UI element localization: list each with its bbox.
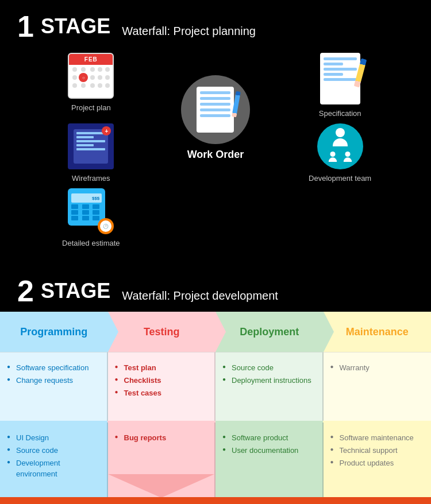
list-item: Test plan [115, 362, 208, 374]
project-plan-item: FEB ○ [29, 53, 153, 118]
spec-line [324, 73, 344, 76]
deployment-row1-cell: Source code Deployment instructions [216, 352, 324, 421]
column-header-testing: Testing [108, 312, 216, 352]
list-item: User documentation [222, 444, 315, 457]
cal-dot [98, 67, 102, 72]
clock-icon: 🕐 [100, 220, 111, 232]
wireframes-item: + Wireframes [29, 123, 153, 183]
programming-row1-list: Software specification Change requests [7, 362, 100, 387]
list-item: Product updates [330, 457, 425, 470]
stage1-number: 1 [17, 11, 34, 41]
stage1-label: STAGE [41, 16, 110, 37]
cal-dot-active: ○ [79, 73, 88, 82]
list-item: Warranty [330, 362, 425, 374]
deployment-label: Deployment [240, 326, 299, 338]
maintenance-row1-cell: Warranty [324, 352, 432, 421]
wf-line [76, 140, 105, 142]
spec-line [324, 57, 357, 60]
calc-buttons [71, 204, 102, 220]
cal-dot [90, 67, 95, 72]
cal-dot [105, 83, 110, 88]
columns-header: Programming Testing Deployment Maintenan… [0, 312, 431, 352]
calc-btn [93, 210, 99, 215]
calc-btn [93, 204, 99, 209]
list-item: Technical support [330, 444, 425, 457]
maintenance-row2-cell: Software maintenance Technical support P… [324, 422, 432, 497]
column-header-programming: Programming [0, 312, 108, 352]
maintenance-row2-list: Software maintenance Technical support P… [330, 432, 425, 470]
wireframe-icon: + [68, 123, 114, 169]
list-item: Source code [7, 444, 100, 457]
wo-line [200, 103, 230, 106]
programming-row1-cell: Software specification Change requests [0, 352, 108, 421]
programming-label: Programming [20, 326, 87, 338]
calc-btn [82, 204, 89, 209]
stage2-subtitle: Waterfall: Project development [122, 289, 278, 306]
deployment-row1-list: Source code Deployment instructions [222, 362, 315, 387]
cal-dot [72, 75, 77, 80]
wf-badge-icon: + [102, 126, 111, 135]
calc-btn [71, 204, 78, 209]
cal-dot [98, 83, 102, 88]
calc-btn [93, 216, 99, 220]
specification-label: Specification [319, 109, 361, 118]
list-item: Change requests [7, 374, 100, 387]
deployment-row2-cell: Software product User documentation [216, 422, 324, 497]
list-item: Development environment [7, 457, 100, 480]
cal-dot [72, 67, 77, 72]
spec-pencil-icon [353, 59, 367, 88]
programming-row2-cell: UI Design Source code Development enviro… [0, 422, 108, 497]
calendar-body: ○ [69, 65, 113, 90]
column-header-maintenance: Maintenance [324, 312, 432, 352]
detailed-estimate-label: Detailed estimate [62, 239, 120, 247]
wo-line [200, 114, 230, 117]
testing-arrow-decoration [108, 474, 215, 497]
maintenance-row1-list: Warranty [330, 362, 425, 374]
stage1-icons-grid: FEB ○ [17, 53, 414, 247]
list-item: Bug reports [115, 432, 208, 444]
data-row-2: UI Design Source code Development enviro… [0, 422, 431, 497]
work-order-item: Work Order [181, 75, 250, 161]
list-item: Source code [222, 362, 315, 374]
cta-banner[interactable]: Read more to find out Agile differences. [0, 497, 431, 504]
development-team-item: Development team [278, 123, 402, 183]
spec-line [324, 68, 357, 71]
list-item: Software specification [7, 362, 100, 374]
detailed-estimate-item: $$$ 🕐 Deta [29, 188, 153, 247]
cal-dot [98, 75, 102, 80]
calc-btn [71, 210, 78, 215]
column-header-deployment: Deployment [216, 312, 324, 352]
list-item: Checklists [115, 374, 208, 387]
testing-label: Testing [144, 326, 180, 338]
wireframes-label: Wireframes [72, 174, 110, 183]
specification-item: Specification [278, 53, 402, 118]
testing-row2-cell: Bug reports [108, 422, 216, 497]
data-row-1: Software specification Change requests T… [0, 352, 431, 421]
stage2-number: 2 [17, 276, 34, 306]
stage2-header: 2 STAGE Waterfall: Project development [17, 276, 414, 306]
cal-dot [81, 83, 86, 88]
stage1-subtitle: Waterfall: Project planning [122, 25, 256, 41]
programming-row2-list: UI Design Source code Development enviro… [7, 432, 100, 480]
testing-row2-list: Bug reports [115, 432, 208, 444]
stage2-header-section: 2 STAGE Waterfall: Project development [0, 265, 431, 312]
list-item: Software maintenance [330, 432, 425, 444]
calc-btn [71, 216, 78, 220]
work-order-label: Work Order [187, 149, 244, 161]
development-team-label: Development team [309, 174, 371, 183]
calc-btn [82, 216, 89, 220]
cal-dot [90, 83, 95, 88]
specification-icon [320, 53, 360, 104]
stage2-label: STAGE [41, 281, 110, 301]
calc-btn [82, 210, 89, 215]
stage2-content: Programming Testing Deployment Maintenan… [0, 312, 431, 497]
calc-screen: $$$ [71, 193, 102, 203]
list-item: Software product [222, 432, 315, 444]
wo-document [197, 87, 234, 133]
cal-dot [105, 75, 110, 80]
wf-line [76, 132, 105, 134]
list-item: UI Design [7, 432, 100, 444]
spec-line [324, 78, 357, 81]
calendar-icon: FEB ○ [68, 53, 114, 99]
list-item: Deployment instructions [222, 374, 315, 387]
